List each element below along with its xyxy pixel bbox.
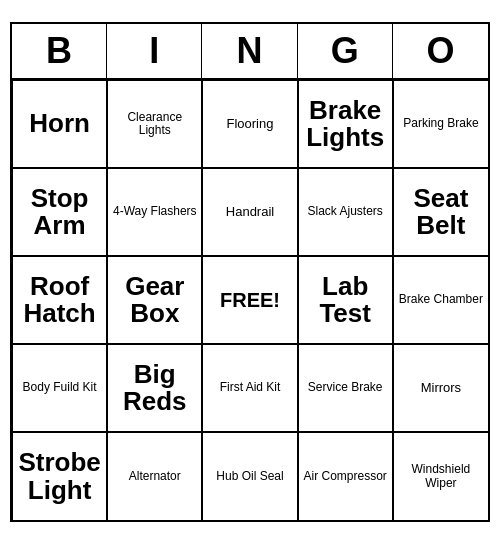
cell-label: Alternator [129,470,181,483]
bingo-cell: Horn [12,80,107,168]
cell-label: Slack Ajusters [308,205,383,218]
bingo-cell: Service Brake [298,344,393,432]
cell-label: Stop Arm [17,185,102,240]
bingo-cell: Handrail [202,168,297,256]
bingo-cell: 4-Way Flashers [107,168,202,256]
cell-label: Handrail [226,205,274,219]
cell-label: Brake Lights [303,97,388,152]
cell-label: Parking Brake [403,117,478,130]
bingo-cell: Windshield Wiper [393,432,488,520]
cell-label: Body Fuild Kit [23,381,97,394]
cell-label: Strobe Light [17,449,102,504]
cell-label: 4-Way Flashers [113,205,197,218]
bingo-cell: Seat Belt [393,168,488,256]
cell-label: Horn [29,110,90,137]
header-letter: O [393,24,488,78]
cell-label: Hub Oil Seal [216,470,283,483]
bingo-cell: Roof Hatch [12,256,107,344]
cell-label: FREE! [220,290,280,311]
bingo-cell: Clearance Lights [107,80,202,168]
header-letter: I [107,24,202,78]
bingo-cell: Body Fuild Kit [12,344,107,432]
bingo-cell: Lab Test [298,256,393,344]
bingo-cell: Stop Arm [12,168,107,256]
bingo-cell: Air Compressor [298,432,393,520]
bingo-cell: Gear Box [107,256,202,344]
cell-label: Roof Hatch [17,273,102,328]
cell-label: Clearance Lights [112,111,197,137]
cell-label: Brake Chamber [399,293,483,306]
bingo-cell: Parking Brake [393,80,488,168]
cell-label: Big Reds [112,361,197,416]
cell-label: Lab Test [303,273,388,328]
cell-label: Gear Box [112,273,197,328]
header-letter: G [298,24,393,78]
bingo-cell: FREE! [202,256,297,344]
bingo-grid: HornClearance LightsFlooringBrake Lights… [12,80,488,520]
bingo-cell: Slack Ajusters [298,168,393,256]
bingo-cell: Brake Lights [298,80,393,168]
cell-label: Air Compressor [304,470,387,483]
cell-label: Service Brake [308,381,383,394]
cell-label: First Aid Kit [220,381,281,394]
cell-label: Flooring [227,117,274,131]
cell-label: Windshield Wiper [398,463,484,489]
header-letter: N [202,24,297,78]
header-letter: B [12,24,107,78]
bingo-cell: Brake Chamber [393,256,488,344]
cell-label: Seat Belt [398,185,484,240]
bingo-cell: First Aid Kit [202,344,297,432]
bingo-cell: Alternator [107,432,202,520]
cell-label: Mirrors [421,381,461,395]
bingo-cell: Hub Oil Seal [202,432,297,520]
bingo-cell: Strobe Light [12,432,107,520]
bingo-cell: Big Reds [107,344,202,432]
bingo-card: BINGO HornClearance LightsFlooringBrake … [10,22,490,522]
bingo-header: BINGO [12,24,488,80]
bingo-cell: Mirrors [393,344,488,432]
bingo-cell: Flooring [202,80,297,168]
